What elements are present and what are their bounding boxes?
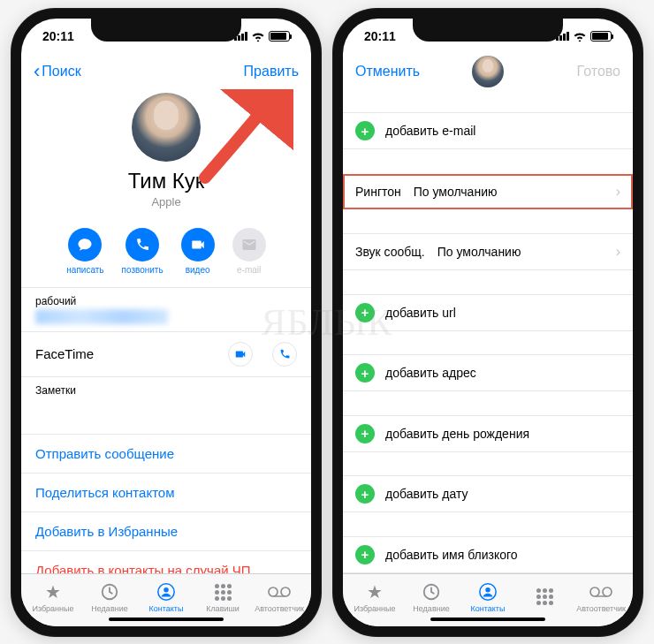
- video-label: видео: [186, 265, 210, 275]
- text-tone-label: Звук сообщ.: [355, 245, 425, 259]
- tab-contacts[interactable]: Контакты: [461, 581, 514, 613]
- star-icon: ★: [45, 581, 61, 602]
- battery-icon: [269, 31, 290, 42]
- tab-keypad-label: Клавиши: [206, 604, 240, 613]
- back-label: Поиск: [42, 64, 80, 80]
- voicemail-icon: [589, 581, 612, 602]
- tab-keypad[interactable]: [518, 586, 571, 609]
- add-birthday-label: добавить день рождения: [385, 427, 529, 441]
- voicemail-icon: [268, 581, 291, 602]
- add-birthday-row[interactable]: + добавить день рождения: [343, 415, 633, 452]
- cancel-button[interactable]: Отменить: [355, 64, 420, 80]
- screen-right: 20:11 Отменить Готово + добавить e-mail …: [343, 19, 633, 626]
- wifi-icon: [251, 31, 265, 42]
- plus-icon: +: [355, 484, 375, 504]
- ringtone-value: По умолчанию: [414, 185, 604, 199]
- nav-bar: ‹ Поиск Править: [21, 54, 311, 89]
- plus-icon: +: [355, 363, 375, 383]
- contact-content: Тим Кук Apple написать позвонить видео: [21, 89, 311, 573]
- facetime-video-button[interactable]: [228, 342, 253, 367]
- add-address-row[interactable]: + добавить адрес: [343, 354, 633, 391]
- notes-label: Заметки: [35, 384, 76, 397]
- tab-voicemail-label: Автоответчик: [576, 604, 626, 613]
- keypad-icon: [536, 586, 553, 607]
- svg-point-2: [164, 587, 169, 593]
- contact-name: Тим Кук: [21, 169, 311, 193]
- chevron-back-icon: ‹: [34, 62, 40, 81]
- tab-contacts-label: Контакты: [471, 604, 506, 613]
- tab-keypad[interactable]: Клавиши: [196, 581, 249, 613]
- plus-icon: +: [355, 303, 375, 322]
- tab-contacts-label: Контакты: [149, 604, 184, 613]
- edit-button[interactable]: Править: [244, 64, 299, 80]
- tab-favorites[interactable]: ★ Избранные: [348, 581, 401, 613]
- share-contact-row[interactable]: Поделиться контактом: [21, 474, 311, 512]
- notch: [91, 19, 241, 42]
- add-emergency-row[interactable]: Добавить в контакты на случай ЧП: [21, 551, 311, 573]
- add-related-label: добавить имя близкого: [385, 548, 518, 562]
- tab-favorites[interactable]: ★ Избранные: [27, 581, 80, 613]
- add-date-row[interactable]: + добавить дату: [343, 475, 633, 512]
- back-button[interactable]: ‹ Поиск: [34, 62, 81, 81]
- mail-button: e-mail: [232, 228, 266, 275]
- cancel-label: Отменить: [355, 64, 420, 80]
- chevron-right-icon: ›: [616, 184, 620, 200]
- tab-favorites-label: Избранные: [32, 604, 73, 613]
- notes-row[interactable]: Заметки: [21, 377, 311, 435]
- add-date-label: добавить дату: [385, 487, 468, 501]
- home-indicator: [109, 617, 224, 621]
- plus-icon: +: [355, 545, 375, 564]
- plus-icon: +: [355, 424, 375, 443]
- home-indicator: [430, 617, 545, 621]
- add-url-label: добавить url: [385, 306, 456, 320]
- notch: [413, 19, 563, 42]
- send-message-row[interactable]: Отправить сообщение: [21, 435, 311, 474]
- phone-row[interactable]: рабочий: [21, 288, 311, 332]
- facetime-audio-button[interactable]: [272, 342, 297, 367]
- facetime-row[interactable]: FaceTime: [21, 332, 311, 377]
- ringtone-row[interactable]: Рингтон По умолчанию ›: [343, 173, 633, 210]
- nav-bar: Отменить Готово: [343, 54, 633, 89]
- done-button[interactable]: Готово: [577, 64, 620, 80]
- contact-icon: [156, 581, 176, 602]
- add-related-row[interactable]: + добавить имя близкого: [343, 536, 633, 573]
- wifi-icon: [573, 31, 587, 42]
- tab-recents[interactable]: Недавние: [405, 581, 458, 613]
- plus-icon: +: [355, 121, 375, 140]
- keypad-icon: [215, 581, 232, 602]
- video-icon: [190, 237, 206, 253]
- phone-frame-left: 20:11 ‹ Поиск Править Тим Кук Apple: [11, 8, 322, 637]
- call-button[interactable]: позвонить: [122, 228, 164, 275]
- tab-voicemail[interactable]: Автоответчик: [574, 581, 627, 613]
- nav-avatar[interactable]: [472, 56, 504, 87]
- contact-avatar[interactable]: [132, 93, 201, 162]
- tab-contacts[interactable]: Контакты: [140, 581, 193, 613]
- tab-voicemail-label: Автоответчик: [255, 604, 304, 613]
- add-email-label: добавить e-mail: [385, 124, 475, 138]
- tab-recents[interactable]: Недавние: [83, 581, 136, 613]
- tab-recents-label: Недавние: [413, 604, 449, 613]
- add-address-label: добавить адрес: [385, 366, 476, 380]
- add-url-row[interactable]: + добавить url: [343, 294, 633, 331]
- text-tone-row[interactable]: Звук сообщ. По умолчанию ›: [343, 233, 633, 270]
- tab-favorites-label: Избранные: [354, 604, 395, 613]
- video-button[interactable]: видео: [181, 228, 215, 275]
- facetime-label: FaceTime: [35, 346, 94, 361]
- text-tone-value: По умолчанию: [437, 245, 604, 259]
- message-icon: [77, 237, 93, 253]
- add-email-row[interactable]: + добавить e-mail: [343, 112, 633, 149]
- tab-voicemail[interactable]: Автоответчик: [253, 581, 306, 613]
- svg-point-3: [269, 587, 278, 596]
- message-label: написать: [66, 265, 103, 275]
- tab-recents-label: Недавние: [91, 604, 127, 613]
- clock-icon: [100, 581, 119, 602]
- battery-icon: [590, 31, 612, 42]
- svg-point-8: [485, 587, 490, 593]
- svg-point-4: [281, 587, 290, 596]
- message-button[interactable]: написать: [66, 228, 103, 275]
- add-favorite-row[interactable]: Добавить в Избранные: [21, 512, 311, 551]
- contact-company: Apple: [21, 195, 311, 208]
- phone-frame-right: 20:11 Отменить Готово + добавить e-mail …: [332, 8, 643, 637]
- ringtone-label: Рингтон: [355, 185, 401, 199]
- action-buttons: написать позвонить видео e-mail: [21, 221, 311, 287]
